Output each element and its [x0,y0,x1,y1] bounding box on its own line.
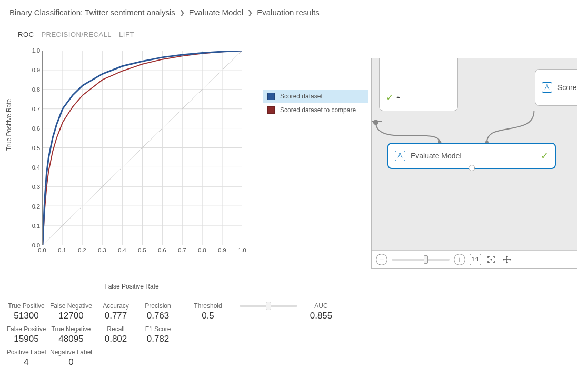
chart-legend: Scored dataset Scored dataset to compare [263,90,368,117]
zoom-out-button[interactable]: − [376,254,387,265]
caret-up-icon: ⌃ [395,95,401,103]
chart-tabs: ROC PRECISION/RECALL LIFT [0,21,588,42]
metric-label: False Positive [5,322,47,333]
metric-value-tp: 51300 [5,311,47,321]
x-tick: 0.2 [78,247,86,253]
check-icon: ✓ [386,92,394,103]
designer-node[interactable]: Score [535,69,577,106]
breadcrumb: Binary Classification: Twitter sentiment… [0,0,588,21]
zoom-in-button[interactable]: + [454,254,465,265]
breadcrumb-item[interactable]: Binary Classification: Twitter sentiment… [9,8,175,17]
metric-label: F1 Score [137,322,179,333]
metric-value-precision: 0.763 [137,311,179,321]
x-tick: 0.1 [58,247,66,253]
pan-button[interactable] [501,254,513,265]
chevron-right-icon: ❯ [180,9,185,16]
tab-roc[interactable]: ROC [18,31,34,38]
node-label: Score [557,83,577,92]
tab-lift[interactable]: LIFT [119,31,134,38]
y-tick: 0.4 [26,164,40,171]
metric-value-recall: 0.802 [95,334,137,344]
metric-value-fn: 12700 [47,311,95,321]
y-tick: 0.7 [26,106,40,112]
legend-label: Scored dataset [280,93,323,100]
metric-label: Threshold [179,299,237,310]
metric-label: Negative Label [47,345,95,356]
designer-node-evaluate-model[interactable]: Evaluate Model ✓ [387,143,556,169]
metrics-grid: True Positive False Negative Accuracy Pr… [5,299,342,368]
node-label: Evaluate Model [411,152,462,160]
metric-value-fp: 15905 [5,334,47,344]
x-tick: 1.0 [238,247,246,253]
chevron-right-icon: ❯ [247,9,253,16]
legend-label: Scored dataset to compare [280,106,356,114]
legend-swatch-icon [267,106,275,114]
zoom-fit-button[interactable] [485,254,497,265]
metric-label: True Positive [5,299,47,310]
tab-precision-recall[interactable]: PRECISION/RECALL [41,31,112,38]
check-icon: ✓ [541,150,549,162]
y-tick: 0.3 [26,184,40,190]
legend-swatch-icon [267,93,275,100]
experiment-designer-panel[interactable]: ✓ ⌃ Score Evaluate Model ✓ − + 1:1 [371,58,577,269]
metric-value-f1: 0.782 [137,334,179,344]
metric-label: Precision [137,299,179,310]
x-tick: 0.5 [138,247,146,253]
threshold-slider[interactable] [237,299,300,310]
metric-value-auc: 0.855 [300,311,342,321]
y-tick: 0.1 [26,223,40,229]
metric-label: AUC [300,299,342,310]
x-tick: 0.7 [178,247,186,253]
metric-label: False Negative [47,299,95,310]
y-tick: 0.6 [26,125,40,132]
x-tick: 0.3 [98,247,106,253]
zoom-1to1-button[interactable]: 1:1 [470,254,481,265]
x-tick: 0.4 [118,247,126,253]
x-tick: 0.9 [218,247,226,253]
experiment-icon [395,151,405,161]
metric-label: Positive Label [5,345,47,356]
metric-label: True Negative [47,322,95,333]
zoom-slider[interactable] [392,259,450,261]
y-tick: 0.5 [26,145,40,151]
breadcrumb-item: Evaluation results [257,8,319,17]
designer-toolbar: − + 1:1 [372,250,577,268]
experiment-icon [542,82,552,93]
y-tick: 0.9 [26,67,40,73]
x-axis-label: False Positive Rate [11,283,253,290]
legend-item-primary[interactable]: Scored dataset [263,90,368,103]
metric-value-negative-label: 0 [47,357,95,368]
legend-item-compare[interactable]: Scored dataset to compare [263,103,368,117]
roc-plot-svg [42,51,242,245]
breadcrumb-item[interactable]: Evaluate Model [189,8,243,17]
metric-value-threshold: 0.5 [179,311,237,321]
x-tick: 0.6 [158,247,166,253]
roc-chart: True Positive Rate 0.0 0.1 0.2 0.3 0.4 0… [11,48,253,274]
metric-value-tn: 48095 [47,334,95,344]
metric-value-accuracy: 0.777 [95,311,137,321]
y-tick: 1.0 [26,47,40,54]
designer-node[interactable]: ✓ ⌃ [379,58,458,111]
metric-value-positive-label: 4 [5,357,47,368]
y-tick: 0.8 [26,86,40,93]
x-tick: 0.0 [38,247,46,253]
y-axis-label: True Positive Rate [5,99,13,151]
x-tick: 0.8 [198,247,206,253]
metric-label: Recall [95,322,137,333]
y-tick: 0.2 [26,203,40,210]
metric-label: Accuracy [95,299,137,310]
